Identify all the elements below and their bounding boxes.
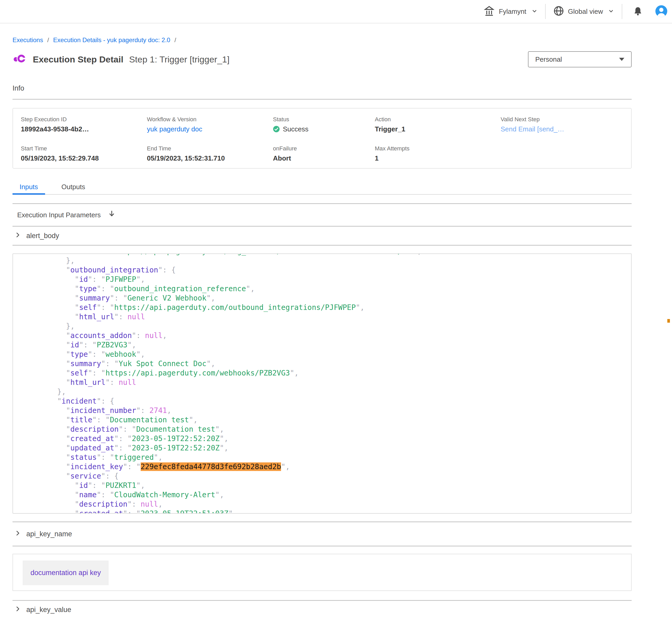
code-line: "description": "Documentation test",	[39, 425, 631, 434]
code-line: "summary": "Yuk Spot Connect Doc",	[39, 359, 631, 369]
info-field-label: Start Time	[21, 145, 147, 152]
app-logo-icon	[12, 51, 27, 68]
code-line: "self": "https://api.pagerduty.com/log_e…	[39, 253, 631, 256]
chevron-down-icon	[608, 8, 614, 15]
breadcrumb-link[interactable]: Executions	[12, 36, 43, 43]
bank-icon	[483, 5, 495, 18]
info-field-label: Max Attempts	[375, 145, 501, 152]
tabs: InputsOutputs	[12, 180, 632, 195]
code-line: "self": "https://api.pagerduty.com/outbo…	[39, 303, 631, 312]
section-divider	[12, 546, 632, 546]
breadcrumb-separator: /	[174, 36, 176, 43]
code-line: "id": "PUZKRT1",	[39, 481, 631, 490]
view-switcher[interactable]: Global view	[553, 5, 614, 18]
info-field-label: Step Execution ID	[21, 116, 147, 123]
scope-select-value: Personal	[535, 56, 562, 64]
execution-input-parameters-header: Execution Input Parameters	[12, 204, 632, 226]
org-switcher[interactable]: Fylamynt	[483, 5, 537, 18]
download-arrow-icon	[107, 210, 116, 220]
status: StatusSuccess	[273, 116, 375, 133]
code-line: },	[39, 256, 631, 266]
code-line: "type": "outbound_integration_reference"…	[39, 284, 631, 294]
topbar: Fylamynt Global view	[0, 0, 672, 23]
info-heading: Info	[12, 83, 632, 93]
topbar-divider	[622, 4, 622, 19]
code-line: "html_url": null	[39, 312, 631, 322]
start-time: Start Time05/19/2023, 15:52:29.748	[21, 145, 147, 163]
code-line: },	[39, 387, 631, 397]
api-key-name-value: documentation api key	[23, 560, 109, 585]
breadcrumb: Executions/Execution Details - yuk pager…	[12, 36, 632, 44]
chevron-right-icon	[14, 606, 21, 614]
info-field-value: Trigger_1	[375, 125, 501, 133]
breadcrumb-separator: /	[47, 36, 49, 43]
search-highlight: 229efec8feda44778d3fe692b28aed2b	[141, 462, 281, 471]
globe-icon	[553, 5, 565, 18]
code-line: },	[39, 322, 631, 331]
scrollbar-match-marker	[667, 319, 670, 323]
info-field-label: onFailure	[273, 145, 375, 152]
code-line: "outbound_integration": {	[39, 266, 631, 275]
info-field-label: End Time	[147, 145, 273, 152]
code-line: "created_at": "2023-05-19T22:52:20Z",	[39, 434, 631, 443]
code-line: "status": "triggered",	[39, 453, 631, 462]
code-line: "description": null,	[39, 500, 631, 509]
info-field-label: Action	[375, 116, 501, 123]
notifications-button[interactable]	[633, 6, 643, 17]
code-line: "incident": {	[39, 397, 631, 406]
tab-inputs[interactable]: Inputs	[12, 180, 45, 194]
page-subtitle: Step 1: Trigger [trigger_1]	[129, 55, 230, 65]
param-section-alert-body[interactable]: alert_body	[12, 227, 632, 245]
info-field-value: Success	[273, 125, 375, 133]
code-line: "title": "Documentation test",	[39, 415, 631, 425]
api-key-name-value-box: documentation api key	[12, 554, 632, 591]
org-label: Fylamynt	[499, 8, 526, 16]
info-field-value[interactable]: yuk pagerduty doc	[147, 125, 273, 133]
param-section-api-key-value[interactable]: api_key_value	[12, 601, 632, 618]
title-row: Execution Step Detail Step 1: Trigger [t…	[12, 51, 632, 68]
param-section-label: alert_body	[26, 232, 59, 240]
end-time: End Time05/19/2023, 15:52:31.710	[147, 145, 273, 163]
step-execution-id: Step Execution ID18992a43-9538-4b2…	[21, 116, 147, 133]
breadcrumb-link[interactable]: Execution Details - yuk pagerduty doc: 2…	[53, 36, 170, 43]
alert-body-json-viewer[interactable]: "self": "https://api.pagerduty.com/log_e…	[12, 253, 632, 514]
code-line: "service": {	[39, 472, 631, 481]
code-line: "incident_key": "229efec8feda44778d3fe69…	[39, 462, 631, 472]
action: ActionTrigger_1	[375, 116, 501, 133]
avatar-button[interactable]	[655, 4, 668, 19]
code-line: "type": "webhook",	[39, 350, 631, 359]
code-line: "accounts_addon": null,	[39, 331, 631, 340]
code-line: "html_url": null	[39, 378, 631, 387]
tab-outputs[interactable]: Outputs	[55, 180, 92, 194]
chevron-right-icon	[14, 530, 21, 538]
code-line: "name": "CloudWatch-Memory-Alert",	[39, 490, 631, 500]
download-parameters-button[interactable]	[107, 210, 116, 220]
onfailure: onFailureAbort	[273, 145, 375, 163]
valid-next-step-link: Valid Next StepSend Email [send_…	[501, 116, 623, 133]
info-field-value: 05/19/2023, 15:52:29.748	[21, 154, 147, 163]
info-field-value: 1	[375, 154, 501, 163]
scope-select[interactable]: Personal	[528, 51, 632, 68]
code-line: "incident_number": 2741,	[39, 406, 631, 415]
info-row: Step Execution ID18992a43-9538-4b2…Workf…	[21, 116, 623, 133]
execution-input-parameters-label: Execution Input Parameters	[17, 210, 101, 219]
section-divider	[12, 245, 632, 246]
chevron-right-icon	[14, 232, 21, 240]
code-line: "created_at": "2023-05-19T22:51:03Z",	[39, 509, 631, 514]
info-field-label: Valid Next Step	[501, 116, 623, 123]
page-title: Execution Step Detail	[33, 55, 123, 65]
info-field-value: 05/19/2023, 15:52:31.710	[147, 154, 273, 163]
bell-icon	[633, 6, 643, 17]
section-divider	[12, 99, 632, 100]
info-field-label: Workflow & Version	[147, 116, 273, 123]
param-section-label: api_key_name	[26, 530, 72, 538]
param-section-api-key-name[interactable]: api_key_name	[12, 522, 632, 546]
chevron-down-icon	[531, 8, 538, 15]
max-attempts: Max Attempts1	[375, 145, 501, 163]
code-line: "updated_at": "2023-05-19T22:52:20Z",	[39, 443, 631, 453]
workflow-version-link: Workflow & Versionyuk pagerduty doc	[147, 116, 273, 133]
avatar-icon	[655, 4, 668, 19]
info-row: Start Time05/19/2023, 15:52:29.748End Ti…	[21, 145, 623, 163]
info-field-value[interactable]: Send Email [send_…	[501, 125, 623, 133]
code-line: "summary": "Generic V2 Webhook",	[39, 294, 631, 303]
